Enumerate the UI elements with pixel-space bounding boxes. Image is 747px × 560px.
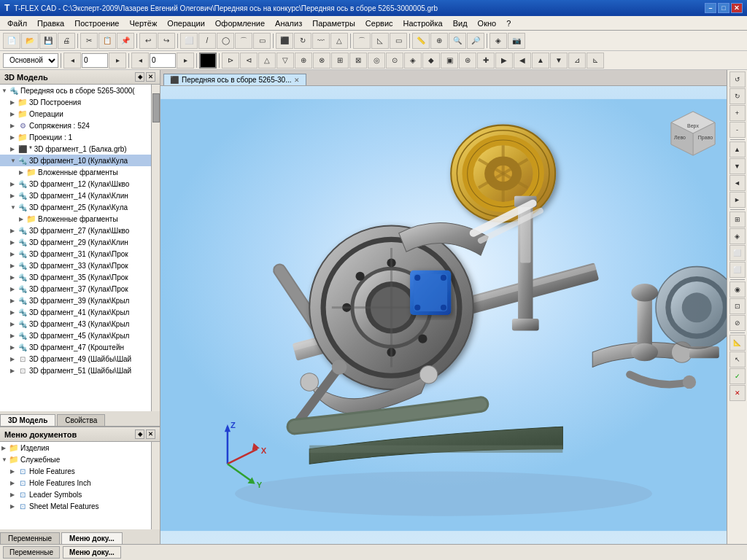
expand-hole-features-inch[interactable]: ▶: [10, 480, 18, 486]
rtb-pan-right[interactable]: ►: [729, 192, 746, 208]
tree-root[interactable]: ▼ 🔩 Передняя ось в сборе 5265-3000(: [0, 85, 160, 96]
tb-rect[interactable]: ▭: [253, 33, 271, 49]
tb2-val1[interactable]: [82, 53, 108, 68]
tree-expand-frag43[interactable]: ▶: [10, 321, 18, 327]
view-tab-close[interactable]: ✕: [294, 77, 300, 84]
rtb-rotate-right[interactable]: ↻: [729, 88, 746, 104]
tree-item-frag33[interactable]: ▶ 🔩 3D фрагмент_33 (Кулак\Прок: [0, 260, 160, 271]
rtb-shade[interactable]: ◉: [729, 281, 746, 298]
menu-analysis[interactable]: Анализ: [271, 18, 306, 29]
rtb-zoom-out[interactable]: -: [729, 122, 746, 138]
menu-operations[interactable]: Операции: [163, 18, 209, 29]
tree-item-frag49[interactable]: ▶ ⊡ 3D фрагмент_49 (Шайбы\Шай: [0, 353, 160, 365]
menu-drawing[interactable]: Чертёж: [125, 18, 161, 29]
tree-expand-nested1[interactable]: ▶: [19, 169, 26, 176]
tree-expand-frag39[interactable]: ▶: [10, 298, 18, 304]
tree-expand-root[interactable]: ▼: [1, 88, 9, 94]
rtb-pan-left[interactable]: ◄: [729, 175, 746, 191]
expand-products[interactable]: ▶: [1, 445, 9, 451]
rtb-pan-down[interactable]: ▼: [729, 158, 746, 174]
rtb-fit[interactable]: ⊞: [729, 211, 746, 228]
tab-variables[interactable]: Переменные: [0, 532, 60, 544]
menu-construct[interactable]: Построение: [70, 18, 123, 29]
tb2-left2[interactable]: ◂: [131, 52, 149, 69]
view-tab-main[interactable]: ⬛ Передняя ось в сборе 5265-30... ✕: [163, 74, 306, 85]
tb-print[interactable]: 🖨: [58, 33, 75, 49]
tree-item-frag43[interactable]: ▶ 🔩 3D фрагмент_43 (Кулак\Крыл: [0, 318, 160, 330]
view-combo[interactable]: Основной: [3, 53, 58, 68]
rtb-zoom-in[interactable]: +: [729, 105, 746, 121]
tree-item-proj[interactable]: ▶ 📁 Проекции : 1: [0, 131, 160, 143]
tb2-b5[interactable]: ⊕: [295, 52, 312, 69]
tree-expand-frag14[interactable]: ▶: [10, 192, 18, 199]
rtb-pan-up[interactable]: ▲: [729, 141, 746, 158]
tb2-val2[interactable]: [150, 53, 176, 68]
tb-zoom-out[interactable]: 🔎: [467, 33, 484, 49]
rtb-measure[interactable]: 📐: [729, 335, 746, 351]
tb-loft[interactable]: △: [330, 33, 348, 49]
tb2-b2[interactable]: ⊲: [240, 52, 258, 69]
menu-file[interactable]: Файл: [3, 18, 31, 29]
panel-pin-button[interactable]: ◈: [135, 72, 144, 82]
doc-tree-service[interactable]: ▼ 📁 Служебные: [0, 454, 160, 465]
tree-expand-ops[interactable]: ▶: [10, 111, 18, 117]
tb2-b14[interactable]: ⊛: [459, 52, 476, 69]
tb-render[interactable]: ◈: [489, 33, 507, 49]
tb-chamfer[interactable]: ◺: [371, 33, 389, 49]
tb2-left[interactable]: ◂: [63, 52, 81, 69]
tb-open[interactable]: 📂: [21, 33, 39, 49]
tb2-b1[interactable]: ⊳: [222, 52, 239, 69]
rtb-iso[interactable]: ◈: [729, 228, 746, 244]
doc-tree-scroll[interactable]: ▶ 📁 Изделия ▼ 📁 Служебные ▶ ⊡ Hole Featu…: [0, 442, 160, 529]
panel-close-button[interactable]: ✕: [146, 72, 155, 82]
tree-expand-proj[interactable]: ▶: [10, 134, 18, 141]
tb-paste[interactable]: 📌: [117, 33, 134, 49]
status-tab-variables[interactable]: Переменные: [3, 546, 60, 559]
tree-expand-frag33[interactable]: ▶: [10, 262, 18, 269]
rtb-top[interactable]: ⬜: [729, 262, 746, 278]
tb-shell[interactable]: ▭: [390, 33, 407, 49]
doc-tree-leader-symbols[interactable]: ▶ ⊡ Leader Symbols: [0, 489, 160, 500]
tb2-b8[interactable]: ⊠: [349, 52, 367, 69]
tree-item-nested1[interactable]: ▶ 📁 Вложенные фрагменты: [0, 166, 160, 178]
tb-fillet[interactable]: ⌒: [353, 33, 371, 49]
tb-revolve[interactable]: ↻: [294, 33, 311, 49]
tb2-b17[interactable]: ◀: [514, 52, 531, 69]
rtb-rotate-left[interactable]: ↺: [729, 71, 746, 88]
tree-expand-frag29[interactable]: ▶: [10, 239, 18, 246]
tb-sketch[interactable]: ⬜: [180, 33, 198, 49]
doc-tree-sheet-metal[interactable]: ▶ ⊡ Sheet Metal Features: [0, 500, 160, 512]
doc-tree-hole-features-inch[interactable]: ▶ ⊡ Hole Features Inch: [0, 477, 160, 489]
tree-item-frag31[interactable]: ▶ 🔩 3D фрагмент_31 (Кулак\Прок: [0, 248, 160, 260]
tree-expand-frag25[interactable]: ▼: [10, 204, 18, 211]
doc-scrollbar[interactable]: [151, 442, 160, 529]
tb-extrude[interactable]: ⬛: [276, 33, 293, 49]
rtb-ok[interactable]: ✓: [729, 368, 746, 384]
tree-item-nested2[interactable]: ▶ 📁 Вложенные фрагменты: [0, 213, 160, 225]
tree-expand-frag51[interactable]: ▶: [10, 368, 18, 374]
tree-item-frag14[interactable]: ▶ 🔩 3D фрагмент_14 (Кулак\Клин: [0, 190, 160, 201]
doc-panel-pin-button[interactable]: ◈: [135, 429, 144, 439]
doc-tree-products[interactable]: ▶ 📁 Изделия: [0, 442, 160, 454]
tb-save[interactable]: 💾: [39, 33, 57, 49]
tree-expand-frag27[interactable]: ▶: [10, 228, 18, 234]
tb-copy[interactable]: 📋: [98, 33, 116, 49]
rtb-section[interactable]: ⊘: [729, 315, 746, 331]
expand-leader-symbols[interactable]: ▶: [10, 491, 18, 498]
tb-circle[interactable]: ◯: [217, 33, 234, 49]
model-tree-scroll[interactable]: ▼ 🔩 Передняя ось в сборе 5265-3000( ▶ 📁 …: [0, 85, 160, 411]
tb2-b20[interactable]: ⊿: [568, 52, 586, 69]
maximize-button[interactable]: □: [718, 3, 729, 13]
tb-camera[interactable]: 📷: [508, 33, 525, 49]
tree-item-frag29[interactable]: ▶ 🔩 3D фрагмент_29 (Кулак\Клин: [0, 236, 160, 248]
doc-panel-close-button[interactable]: ✕: [146, 429, 155, 439]
scroll-thumb[interactable]: [152, 93, 160, 122]
minimize-button[interactable]: –: [705, 3, 716, 13]
tree-expand-frag12[interactable]: ▶: [10, 181, 18, 187]
tb2-b3[interactable]: △: [258, 52, 276, 69]
tree-expand-frag10[interactable]: ▼: [10, 158, 18, 164]
menu-window[interactable]: Окно: [473, 18, 501, 29]
expand-sheet-metal[interactable]: ▶: [10, 503, 18, 510]
status-tab-menu-doc[interactable]: Меню доку...: [63, 546, 121, 559]
doc-tree-hole-features[interactable]: ▶ ⊡ Hole Features: [0, 465, 160, 477]
